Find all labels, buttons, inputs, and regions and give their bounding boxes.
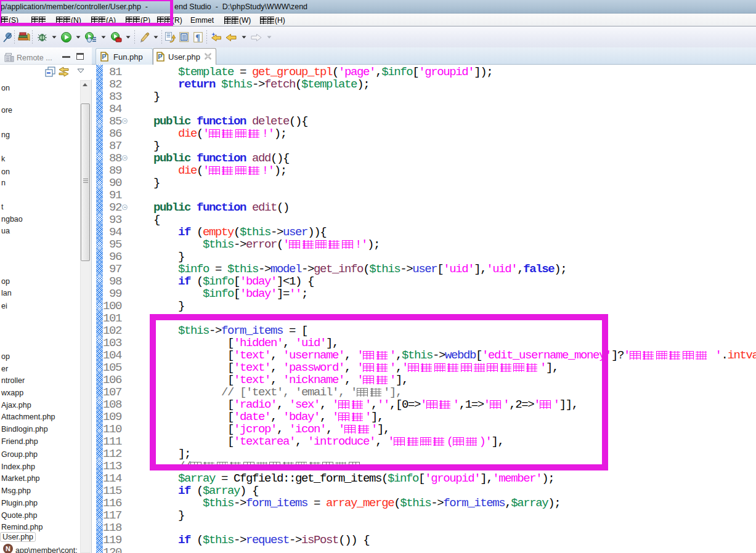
svg-text:¶: ¶ bbox=[195, 33, 200, 42]
svg-text:P: P bbox=[158, 53, 162, 60]
svg-text:P: P bbox=[102, 53, 106, 60]
